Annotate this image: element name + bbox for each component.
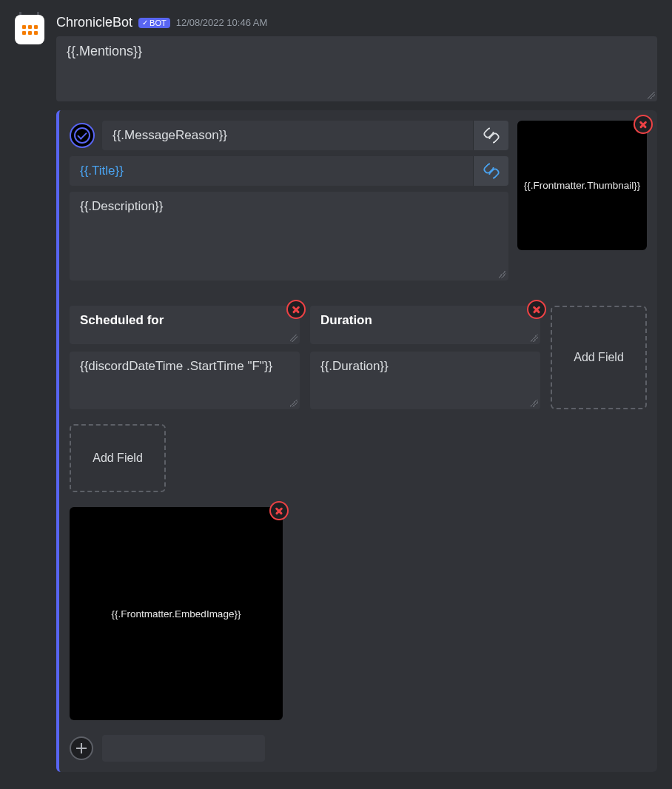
message-container: ChronicleBot BOT 12/08/2022 10:46 AM {{.… [15, 15, 657, 772]
fields-row: Scheduled for {{discordDateTime .StartTi… [70, 306, 647, 409]
embed-image-placeholder[interactable]: {{.Frontmatter.EmbedImage}} [70, 507, 283, 720]
field-name-input[interactable]: Scheduled for [70, 306, 300, 344]
remove-image-button[interactable] [269, 501, 289, 520]
remove-thumbnail-button[interactable] [634, 115, 653, 134]
field-value-input[interactable]: {{discordDateTime .StartTime "F"}} [70, 352, 300, 409]
checkmark-icon [74, 127, 90, 144]
link-icon [484, 128, 499, 143]
thumbnail-placeholder[interactable]: {{.Frontmatter.Thumbnail}} [517, 121, 647, 250]
add-field-button-row[interactable]: Add Field [70, 424, 166, 492]
title-input-group: {{.Title}} [70, 156, 508, 186]
field-0: Scheduled for {{discordDateTime .StartTi… [70, 306, 300, 409]
author-url-button[interactable] [473, 121, 508, 150]
title-input[interactable]: {{.Title}} [70, 156, 473, 186]
username: ChronicleBot [56, 15, 132, 30]
description-input[interactable]: {{.Description}} [70, 192, 508, 281]
field-value-input[interactable]: {{.Duration}} [310, 352, 540, 409]
footer-row [70, 735, 647, 762]
author-name-input[interactable]: {{.MessageReason}} [102, 121, 473, 150]
mentions-input[interactable]: {{.Mentions}} [56, 36, 657, 101]
field-name-input[interactable]: Duration [310, 306, 540, 344]
remove-field-button[interactable] [286, 300, 306, 319]
title-url-button[interactable] [473, 156, 508, 186]
add-field-button-inline[interactable]: Add Field [551, 306, 647, 409]
embed-container: {{.MessageReason}} {{.Title}} [56, 110, 657, 772]
message-timestamp: 12/08/2022 10:46 AM [176, 17, 268, 28]
footer-text-input[interactable] [102, 735, 265, 762]
field-1: Duration {{.Duration}} [310, 306, 540, 409]
author-input-group: {{.MessageReason}} [102, 121, 508, 150]
remove-field-button[interactable] [527, 300, 546, 319]
author-icon-button[interactable] [70, 123, 95, 148]
link-icon [484, 164, 499, 178]
footer-icon-add-button[interactable] [70, 736, 93, 760]
bot-tag: BOT [138, 18, 170, 28]
message-header: ChronicleBot BOT 12/08/2022 10:46 AM [56, 15, 657, 30]
bot-avatar [15, 15, 44, 44]
